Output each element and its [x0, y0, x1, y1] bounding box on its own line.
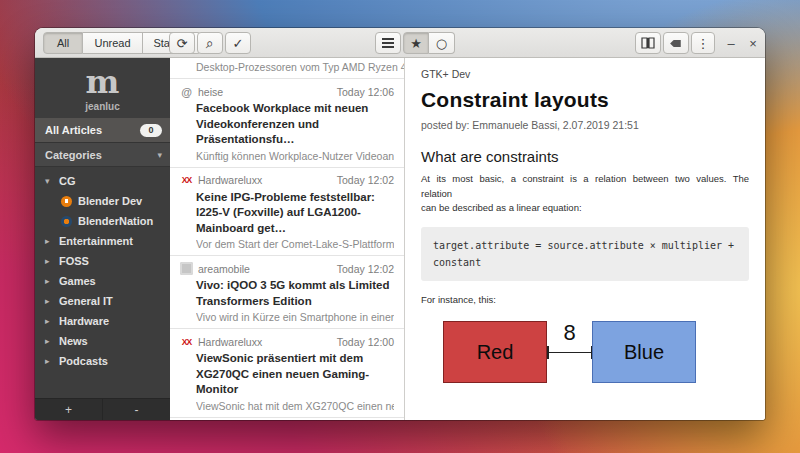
chevron-right-icon: [45, 336, 53, 346]
star-toggle-button[interactable]: ★: [403, 32, 429, 54]
more-vertical-icon: ⋮: [697, 37, 710, 50]
category-label: Entertainment: [59, 235, 133, 247]
timestamp: Today 12:02: [337, 263, 394, 275]
sidebar: m jeanluc All Articles 0 Categories CG B…: [35, 58, 170, 420]
article-state-group: ★ ○: [403, 32, 455, 54]
sidebar-item-podcasts[interactable]: Podcasts: [35, 351, 170, 371]
check-icon: ✓: [233, 37, 244, 50]
sidebar-item-foss[interactable]: FOSS: [35, 251, 170, 271]
app-window: All Unread Starred ⟳ ⌕ ✓ ★ ○: [35, 28, 765, 420]
category-label: CG: [59, 175, 76, 187]
account-block: m jeanluc: [35, 58, 170, 118]
spacing-dimension: 8: [547, 321, 592, 383]
search-icon: ⌕: [206, 36, 214, 50]
article-byline: posted by: Emmanuele Bassi, 2.07.2019 21…: [421, 119, 749, 131]
service-logo: m: [39, 66, 166, 98]
list-item[interactable]: @ heise Today 12:06 Facebook Workplace m…: [170, 79, 404, 168]
feed-name: heise: [198, 86, 223, 98]
sidebar-item-hardware[interactable]: Hardware: [35, 311, 170, 331]
section-heading: What are constraints: [421, 148, 749, 165]
sidebar-item-blendernation[interactable]: BlenderNation: [35, 211, 170, 231]
timestamp: Today 12:02: [337, 174, 394, 186]
article-title: Vivo: iQOO 3 5G kommt als Limited Transf…: [196, 278, 394, 309]
article-summary: ViewSonic hat mit dem XG270QC einen neue…: [196, 400, 394, 412]
areamobile-feed-icon: [180, 262, 193, 275]
refresh-button[interactable]: ⟳: [169, 32, 195, 54]
chevron-right-icon: [45, 316, 53, 326]
menu-lines-icon: [382, 38, 394, 48]
chevron-down-icon: [45, 176, 53, 186]
account-name: jeanluc: [39, 101, 166, 112]
sidebar-item-all-articles[interactable]: All Articles 0: [35, 118, 170, 142]
unread-count-badge: 0: [140, 124, 162, 137]
list-item-partial-top[interactable]: Desktop-Prozessoren vom Typ AMD Ryzen 40…: [170, 58, 404, 79]
dimension-cap-left: [547, 346, 549, 359]
menu-button[interactable]: ⋮: [691, 32, 715, 54]
list-menu-button[interactable]: [375, 32, 401, 54]
feed-name: Hardwareluxx: [198, 336, 262, 348]
tag-button[interactable]: [663, 32, 689, 54]
feed-name: areamobile: [198, 263, 250, 275]
hardwareluxx-feed-icon: XX: [180, 174, 193, 187]
dimension-cap-right: [591, 346, 593, 359]
book-icon: [641, 37, 655, 49]
paragraph-line: relation: [421, 187, 749, 202]
sidebar-item-news[interactable]: News: [35, 331, 170, 351]
chevron-right-icon: [45, 236, 53, 246]
dimension-line: [547, 352, 592, 353]
tag-icon: [670, 37, 683, 50]
paragraph-line: can be described as a linear equation:: [421, 201, 749, 216]
unread-toggle-button[interactable]: ○: [429, 32, 455, 54]
feed-label: Blender Dev: [78, 195, 142, 207]
category-label: Games: [59, 275, 96, 287]
category-label: Podcasts: [59, 355, 108, 367]
heise-feed-icon: @: [180, 85, 193, 98]
filter-all-button[interactable]: All: [43, 32, 83, 54]
chevron-right-icon: [45, 296, 53, 306]
sidebar-item-entertainment[interactable]: Entertainment: [35, 231, 170, 251]
blender-feed-icon: [61, 196, 72, 207]
sidebar-item-games[interactable]: Games: [35, 271, 170, 291]
close-icon: ×: [749, 36, 757, 51]
article-summary: Künftig können Workplace-Nutzer Videoanr…: [196, 150, 394, 162]
timestamp: Today 12:00: [337, 336, 394, 348]
chevron-down-icon: [157, 150, 162, 160]
category-label: News: [59, 335, 88, 347]
red-box: Red: [443, 321, 547, 383]
categories-label: Categories: [45, 149, 102, 161]
category-label: Hardware: [59, 315, 109, 327]
list-item[interactable]: areamobile Today 12:02 Vivo: iQOO 3 5G k…: [170, 256, 404, 329]
search-button[interactable]: ⌕: [197, 32, 223, 54]
timestamp: Today 12:06: [337, 86, 394, 98]
article-feed-label: GTK+ Dev: [421, 68, 749, 80]
code-block: target.attribute = source.attribute × mu…: [421, 227, 749, 281]
close-button[interactable]: ×: [743, 32, 763, 54]
chevron-right-icon: [45, 356, 53, 366]
article-summary: Vor dem Start der Comet-Lake-S-Plattform…: [196, 238, 394, 250]
list-item[interactable]: Golem.de Today 12:00 Maneater im Test: B…: [170, 418, 404, 420]
minimize-button[interactable]: –: [721, 32, 741, 54]
list-item[interactable]: XX Hardwareluxx Today 12:00 ViewSonic pr…: [170, 329, 404, 418]
circle-icon: ○: [436, 37, 447, 50]
paragraph-line: At its most basic, a constraint is a rel…: [421, 172, 749, 187]
filter-unread-button[interactable]: Unread: [83, 32, 143, 54]
feed-name: Hardwareluxx: [198, 174, 262, 186]
sidebar-item-general-it[interactable]: General IT: [35, 291, 170, 311]
article-summary: Vivo wird in Kürze ein Smartphone in ein…: [196, 311, 394, 323]
blue-box: Blue: [592, 321, 696, 383]
star-icon: ★: [410, 37, 422, 50]
headerbar: All Unread Starred ⟳ ⌕ ✓ ★ ○: [35, 28, 765, 58]
categories-header[interactable]: Categories: [35, 142, 170, 167]
sidebar-item-cg[interactable]: CG: [35, 171, 170, 191]
sidebar-item-blender-dev[interactable]: Blender Dev: [35, 191, 170, 211]
remove-feed-button[interactable]: -: [103, 399, 170, 420]
minimize-icon: –: [727, 36, 734, 51]
reader-mode-button[interactable]: [635, 32, 661, 54]
spacing-value: 8: [547, 320, 592, 346]
article-page-title: Constraint layouts: [421, 88, 749, 112]
list-item[interactable]: XX Hardwareluxx Today 12:02 Keine IPG-Pr…: [170, 168, 404, 257]
add-feed-button[interactable]: +: [35, 399, 103, 420]
mark-read-button[interactable]: ✓: [225, 32, 251, 54]
category-label: FOSS: [59, 255, 89, 267]
article-list: Desktop-Prozessoren vom Typ AMD Ryzen 40…: [170, 58, 405, 420]
